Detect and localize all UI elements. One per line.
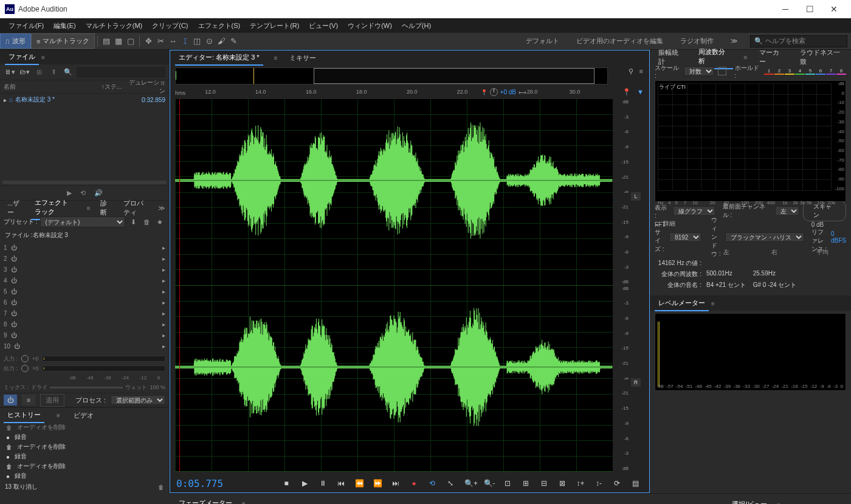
files-search-input[interactable] bbox=[77, 67, 165, 78]
zoom-full-icon[interactable]: ⊡ bbox=[500, 477, 515, 490]
loop-preview-icon[interactable]: ⟲ bbox=[80, 189, 86, 197]
spectral-toggle[interactable]: ▦ bbox=[112, 35, 125, 47]
channels-icon[interactable]: ≡ bbox=[639, 67, 643, 75]
hud-toggle[interactable]: ▤ bbox=[100, 35, 112, 47]
slot-power-icon[interactable]: ⏻ bbox=[11, 255, 17, 262]
effect-slot[interactable]: 5⏻▸ bbox=[0, 286, 169, 297]
play-button[interactable]: ▶ bbox=[297, 477, 312, 490]
tab-video[interactable]: ビデオ bbox=[70, 409, 97, 423]
record-button[interactable]: ● bbox=[406, 477, 422, 490]
col-duration[interactable]: デュレーション bbox=[129, 78, 165, 95]
power-toggle[interactable]: ⏻ bbox=[4, 395, 17, 406]
channel-label-r[interactable]: R bbox=[631, 378, 641, 387]
channel-label-l[interactable]: L bbox=[631, 192, 641, 201]
menu-help[interactable]: ヘルプ(H) bbox=[397, 20, 436, 32]
favorite-icon[interactable]: ★ bbox=[154, 216, 165, 227]
scale-select[interactable]: 対数 bbox=[684, 66, 714, 76]
effect-slot[interactable]: 3⏻▸ bbox=[0, 264, 169, 275]
insert-icon[interactable]: ⬆ bbox=[47, 67, 60, 78]
loop-button[interactable]: ⟲ bbox=[424, 477, 440, 490]
prerender-icon[interactable]: ≡ bbox=[22, 395, 35, 406]
maximize-button[interactable]: ☐ bbox=[798, 0, 822, 18]
toggle-layout-icon[interactable]: ▤ bbox=[627, 477, 643, 490]
slot-power-icon[interactable]: ⏻ bbox=[11, 299, 17, 306]
tab-equalizer[interactable]: ...ザー bbox=[4, 196, 25, 219]
history-item[interactable]: 🗑オーディオを削除 bbox=[0, 442, 169, 452]
skip-selection-button[interactable]: ⤡ bbox=[443, 477, 458, 490]
open-file-icon[interactable]: 🗁▾ bbox=[18, 67, 30, 78]
menu-file[interactable]: ファイル(F) bbox=[4, 20, 49, 32]
pin-tool-icon[interactable]: 📍 bbox=[621, 86, 632, 97]
zoom-nav-icon[interactable]: ⚲ bbox=[629, 67, 633, 75]
zoom-reset-icon[interactable]: ⟳ bbox=[609, 477, 625, 490]
slot-power-icon[interactable]: ⏻ bbox=[11, 332, 17, 339]
display-select[interactable]: 線グラフ bbox=[673, 206, 715, 216]
rewind-button[interactable]: ⏪ bbox=[351, 477, 367, 490]
effect-slot[interactable]: 2⏻▸ bbox=[0, 253, 169, 264]
search-toggle-icon[interactable]: 🔍 bbox=[62, 67, 74, 78]
tab-editor[interactable]: エディター: 名称未設定 3 * bbox=[175, 50, 263, 66]
overview-window[interactable] bbox=[314, 68, 594, 84]
slot-power-icon[interactable]: ⏻ bbox=[11, 310, 17, 317]
menu-favorites[interactable]: テンプレート(R) bbox=[245, 20, 304, 32]
tab-level-meter[interactable]: レベルメーター bbox=[655, 296, 709, 311]
preview-toggle[interactable]: ▢ bbox=[125, 35, 137, 47]
history-item[interactable]: ●録音 bbox=[0, 432, 169, 442]
tab-selection[interactable]: 選択/ビュー bbox=[728, 497, 771, 504]
waveform-mode[interactable]: ⎍波形 bbox=[0, 33, 31, 49]
tab-history[interactable]: ヒストリー bbox=[4, 408, 44, 423]
hold-color[interactable]: 7 bbox=[826, 67, 836, 75]
slot-chevron-icon[interactable]: ▸ bbox=[162, 299, 165, 306]
lasso-tool[interactable]: ⊙ bbox=[203, 35, 215, 47]
zoom-sel-icon[interactable]: ⊞ bbox=[518, 477, 534, 490]
hold-color[interactable]: 5 bbox=[805, 67, 815, 75]
slot-power-icon[interactable]: ⏻ bbox=[14, 343, 20, 350]
brush-tool[interactable]: 🖌 bbox=[215, 35, 227, 47]
slot-chevron-icon[interactable]: ▸ bbox=[162, 343, 165, 350]
fft-size-select[interactable]: 8192 bbox=[669, 232, 701, 242]
zoom-out-icon[interactable]: 🔍- bbox=[481, 477, 497, 490]
menu-window[interactable]: ウィンドウ(W) bbox=[343, 20, 397, 32]
time-unit[interactable]: hms bbox=[175, 90, 193, 96]
input-knob[interactable] bbox=[21, 355, 29, 362]
slot-chevron-icon[interactable]: ▸ bbox=[162, 266, 165, 273]
col-status[interactable]: ステ... bbox=[105, 83, 129, 91]
go-start-button[interactable]: ⏮ bbox=[333, 477, 349, 490]
history-item[interactable]: 🗑オーディオを削除 bbox=[0, 423, 169, 432]
move-tool[interactable]: ✥ bbox=[142, 35, 154, 47]
history-item[interactable]: 🗑オーディオを削除 bbox=[0, 461, 169, 471]
tabs-overflow-icon[interactable]: ≫ bbox=[158, 204, 165, 212]
effect-slot[interactable]: 4⏻▸ bbox=[0, 275, 169, 286]
hold-color[interactable]: 3 bbox=[785, 67, 794, 75]
slot-power-icon[interactable]: ⏻ bbox=[11, 288, 17, 295]
menu-multitrack[interactable]: マルチトラック(M) bbox=[81, 20, 148, 32]
zoom-out-time-icon[interactable]: ⊠ bbox=[554, 477, 570, 490]
col-name[interactable]: 名前 bbox=[4, 83, 99, 91]
delete-preset-icon[interactable]: 🗑 bbox=[141, 216, 152, 227]
menu-edit[interactable]: 編集(E) bbox=[49, 20, 81, 32]
heal-tool[interactable]: ✎ bbox=[227, 35, 239, 47]
filter-tool-icon[interactable]: ▼ bbox=[635, 86, 646, 97]
minimize-button[interactable]: ─ bbox=[773, 0, 798, 18]
stop-button[interactable]: ■ bbox=[278, 477, 294, 490]
slot-chevron-icon[interactable]: ▸ bbox=[162, 288, 165, 295]
menu-effects[interactable]: エフェクト(S) bbox=[193, 20, 246, 32]
slot-power-icon[interactable]: ⏻ bbox=[11, 277, 17, 284]
zoom-in-time-icon[interactable]: ⊟ bbox=[536, 477, 552, 490]
ws-default[interactable]: デフォルト bbox=[517, 34, 568, 48]
effect-slot[interactable]: 7⏻▸ bbox=[0, 308, 169, 319]
preset-select[interactable]: (デフォルト) bbox=[40, 216, 125, 227]
menu-view[interactable]: ビュー(V) bbox=[304, 20, 343, 32]
zoom-in-icon[interactable]: 🔍+ bbox=[463, 477, 479, 490]
tab-mixer[interactable]: ミキサー bbox=[286, 51, 320, 65]
top-channel-select[interactable]: 左 bbox=[775, 206, 799, 216]
tab-phase[interactable]: フェーズメーター bbox=[175, 496, 236, 504]
slot-chevron-icon[interactable]: ▸ bbox=[162, 277, 165, 284]
effect-slot[interactable]: 9⏻▸ bbox=[0, 330, 169, 340]
effect-slot[interactable]: 6⏻▸ bbox=[0, 297, 169, 308]
slot-power-icon[interactable]: ⏻ bbox=[11, 266, 17, 273]
output-knob[interactable] bbox=[21, 365, 29, 372]
pause-button[interactable]: ⏸ bbox=[315, 477, 331, 490]
spectrum-display[interactable]: ライブ CTI dB0-10-20-30-40-50-60-70-80-90-1… bbox=[655, 80, 846, 202]
mix-slider[interactable] bbox=[50, 387, 123, 388]
